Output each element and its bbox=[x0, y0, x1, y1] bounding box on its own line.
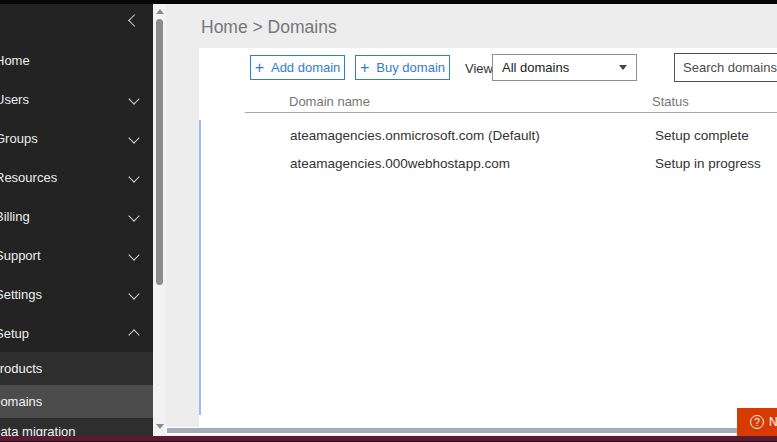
chevron-up-icon bbox=[128, 329, 139, 340]
sidebar-item-label: Settings bbox=[0, 287, 42, 302]
buy-domain-label: Buy domain bbox=[376, 60, 445, 75]
sidebar-subitem-label: Products bbox=[0, 361, 42, 376]
search-domains-input[interactable] bbox=[674, 53, 777, 82]
view-dropdown-value: All domains bbox=[502, 60, 619, 75]
domain-status-cell: Setup complete bbox=[655, 128, 749, 143]
chevron-left-icon bbox=[128, 14, 141, 27]
sidebar-item-label: Users bbox=[0, 92, 29, 107]
view-dropdown[interactable]: All domains bbox=[492, 54, 637, 81]
vertical-scrollbar-thumb[interactable] bbox=[156, 19, 163, 285]
sidebar-nav: Home Users Groups Resources Billing Supp… bbox=[0, 4, 153, 436]
sidebar-item-label: Groups bbox=[0, 131, 38, 146]
view-label: View bbox=[465, 61, 493, 76]
horizontal-scrollbar[interactable] bbox=[165, 427, 777, 435]
domain-name-cell: ateamagencies.000webhostapp.com bbox=[290, 156, 510, 171]
bottom-maroon-bar bbox=[0, 436, 777, 442]
vertical-scrollbar[interactable] bbox=[153, 4, 166, 436]
scroll-down-arrow-icon[interactable] bbox=[156, 424, 164, 429]
need-help-button[interactable]: ? N bbox=[737, 408, 777, 436]
need-help-label: N bbox=[769, 415, 777, 429]
column-header-status[interactable]: Status bbox=[652, 94, 689, 109]
sidebar-item-resources[interactable]: Resources bbox=[0, 164, 153, 190]
sidebar-subitem-label: Domains bbox=[0, 394, 42, 409]
chevron-down-icon bbox=[128, 210, 139, 221]
add-domain-label: Add domain bbox=[271, 60, 340, 75]
m365-admin-window: Home Users Groups Resources Billing Supp… bbox=[0, 0, 777, 442]
chevron-down-icon bbox=[128, 93, 139, 104]
sidebar-subitem-label: Data migration bbox=[0, 424, 76, 436]
table-row[interactable]: ateamagencies.000webhostapp.com Setup in… bbox=[199, 149, 777, 177]
buy-domain-button[interactable]: + Buy domain bbox=[355, 55, 450, 80]
sidebar-item-label: Setup bbox=[0, 326, 29, 341]
help-circle-icon: ? bbox=[750, 415, 764, 429]
sidebar-subitem-products[interactable]: Products bbox=[0, 352, 153, 385]
chevron-down-icon bbox=[128, 171, 139, 182]
table-header-divider bbox=[245, 112, 777, 113]
scroll-up-arrow-icon[interactable] bbox=[156, 9, 164, 14]
chevron-down-icon bbox=[128, 249, 139, 260]
sidebar-item-label: Support bbox=[0, 248, 41, 263]
table-row[interactable]: ateamagencies.onmicrosoft.com (Default) … bbox=[199, 121, 777, 149]
sidebar-item-groups[interactable]: Groups bbox=[0, 125, 153, 151]
sidebar-subitem-data-migration[interactable]: Data migration bbox=[0, 418, 153, 436]
breadcrumb: Home > Domains bbox=[201, 17, 337, 38]
collapse-sidebar-button[interactable] bbox=[126, 12, 142, 28]
sidebar-item-support[interactable]: Support bbox=[0, 242, 153, 268]
sidebar-item-label: Home bbox=[0, 53, 30, 68]
column-header-domain-name[interactable]: Domain name bbox=[289, 94, 370, 109]
sidebar-item-setup[interactable]: Setup bbox=[0, 320, 153, 346]
sidebar-subitem-domains[interactable]: Domains bbox=[0, 385, 153, 418]
sidebar-item-label: Resources bbox=[0, 170, 57, 185]
dropdown-arrow-icon bbox=[619, 65, 627, 70]
chevron-down-icon bbox=[128, 288, 139, 299]
add-domain-button[interactable]: + Add domain bbox=[250, 55, 345, 80]
sidebar-item-settings[interactable]: Settings bbox=[0, 281, 153, 307]
sidebar-item-users[interactable]: Users bbox=[0, 86, 153, 112]
chevron-down-icon bbox=[128, 132, 139, 143]
sidebar-item-billing[interactable]: Billing bbox=[0, 203, 153, 229]
plus-icon: + bbox=[255, 61, 264, 75]
domain-name-cell: ateamagencies.onmicrosoft.com (Default) bbox=[290, 128, 540, 143]
domain-status-cell: Setup in progress bbox=[655, 156, 761, 171]
plus-icon: + bbox=[360, 61, 369, 75]
sidebar-item-label: Billing bbox=[0, 209, 30, 224]
sidebar-item-home[interactable]: Home bbox=[0, 47, 153, 73]
domains-panel: + Add domain + Buy domain View All domai… bbox=[199, 48, 777, 428]
horizontal-scrollbar-thumb[interactable] bbox=[167, 428, 770, 433]
